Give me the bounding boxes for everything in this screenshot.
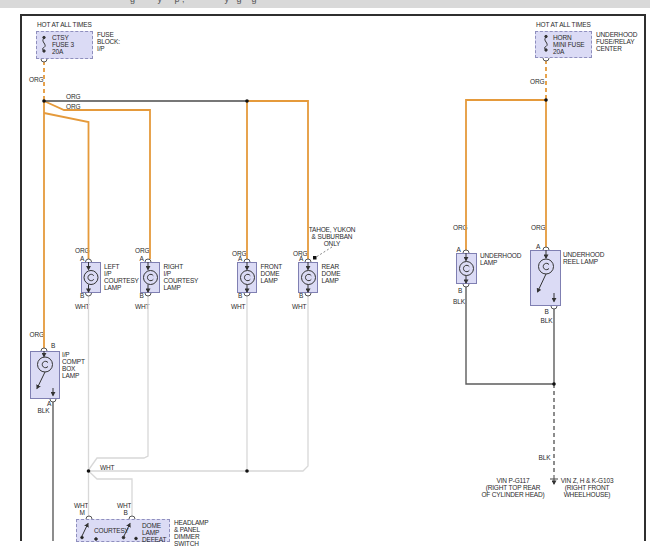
bulb-icons	[84, 253, 474, 292]
junction-dots	[42, 98, 556, 473]
ground-icon	[550, 475, 558, 484]
dimmer-switch-icon	[81, 524, 138, 541]
wht-wires	[89, 296, 309, 516]
annotation-leader	[313, 247, 332, 260]
terminal-connectors	[41, 58, 557, 519]
fuse-icon	[42, 35, 547, 52]
wiring-svg	[0, 0, 650, 552]
bulb-switch-icons	[37, 250, 554, 396]
org-wires	[44, 60, 546, 348]
wiring-diagram-page: g y p , y g g	[0, 0, 650, 552]
blk-wires	[53, 287, 554, 541]
